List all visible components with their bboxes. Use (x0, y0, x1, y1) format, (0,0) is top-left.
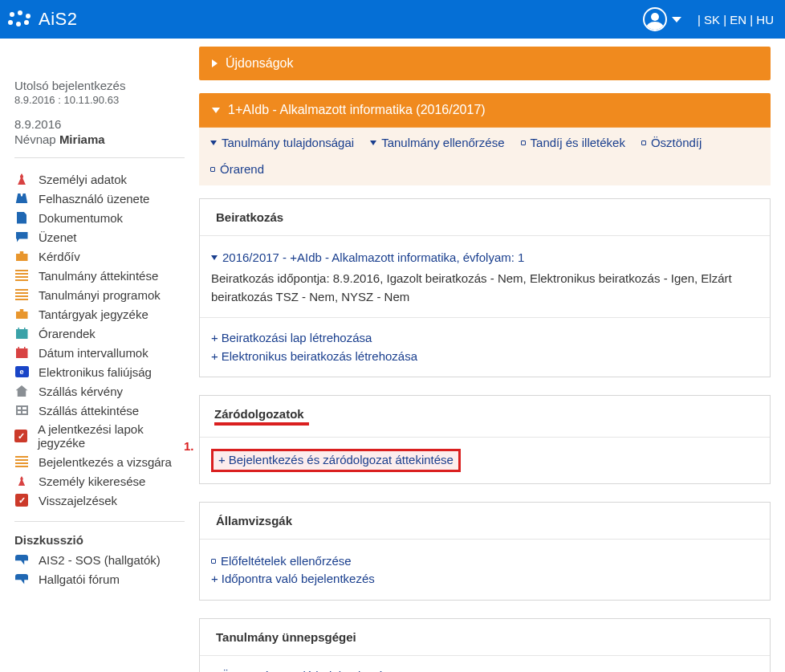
enroll-detail: Beiratkozás időpontja: 8.9.2016, Igazolt… (211, 270, 759, 306)
forum-icon (14, 552, 29, 567)
menu-study-programs[interactable]: Tanulmányi programok (14, 285, 185, 304)
menu-questionnaire[interactable]: Kérdőív (14, 246, 185, 266)
brand[interactable]: AiS2 (8, 9, 77, 30)
discussion-title: Diszkusszió (14, 533, 185, 547)
annotation-1: 1. (184, 438, 194, 456)
enroll-card: Beiratkozás 2016/2017 - +AIdb - Alkalmaz… (199, 198, 771, 377)
chevron-down-icon (672, 17, 681, 22)
nameday: Névnap Miriama (14, 132, 185, 146)
plus-icon: + (211, 349, 218, 363)
list-icon (14, 454, 29, 469)
badge-icon: e (14, 365, 29, 379)
study-link-control[interactable]: Tanulmány ellenőrzése (370, 136, 504, 149)
brand-name: AiS2 (39, 9, 77, 30)
study-link-fees[interactable]: Tandíj és illetékek (521, 136, 625, 149)
bullet-icon (211, 559, 216, 564)
document-icon (14, 210, 29, 225)
events-action-register[interactable]: +Ünnepségre való bejelentkezés (211, 667, 759, 673)
triangle-right-icon (212, 59, 218, 67)
events-card-title: Tanulmány ünnepsgégei (200, 619, 770, 656)
triangle-down-icon (212, 108, 220, 113)
menu-exam-signup[interactable]: Bejelentkezés a vizsgára (14, 452, 185, 471)
grid-icon (14, 403, 29, 417)
lang-sk[interactable]: SK (704, 13, 720, 26)
briefcase-icon (14, 249, 29, 263)
thesis-card: Záródolgozatok 1. +Bejelentkezés és záró… (199, 395, 771, 484)
events-card: Tanulmány ünnepsgégei +Ünnepségre való b… (199, 618, 771, 673)
triangle-down-icon (210, 141, 217, 145)
enroll-year-dropdown[interactable]: 2016/2017 - +AIdb - Alkalmazott informat… (211, 249, 524, 267)
study-band: 1+AIdb - Alkalmazott informatika (2016/2… (199, 93, 771, 185)
house-icon (14, 384, 29, 398)
exams-card: Államvizsgák Előfeltételek ellenőrzése +… (199, 502, 771, 601)
menu-message[interactable]: Üzenet (14, 227, 185, 246)
users-icon (14, 191, 29, 206)
calendar-icon (14, 326, 29, 340)
discussion-menu: AIS2 - SOS (hallgatók) Hallgatói fórum (14, 550, 185, 589)
triangle-down-icon (370, 141, 376, 145)
study-link-scholarship[interactable]: Ösztöndíj (641, 136, 702, 149)
last-login-label: Utolsó bejelentkezés (14, 79, 185, 92)
person-icon (14, 172, 29, 186)
exams-action-register[interactable]: +Időpontra való bejelentkezés (211, 570, 759, 589)
menu-feedback[interactable]: ✓ Visszajelzések (14, 491, 185, 510)
menu-student-forum[interactable]: Hallgatói fórum (14, 569, 185, 589)
list-icon (14, 287, 29, 302)
user-menu[interactable] (643, 7, 681, 31)
menu-user-message[interactable]: Felhasználó üzenete (14, 189, 185, 208)
news-toggle[interactable]: Újdonságok (199, 47, 771, 80)
study-submenu: Tanulmány tulajdonságai Tanulmány ellenő… (199, 128, 771, 185)
search-person-icon (14, 474, 29, 488)
menu-person-search[interactable]: Személy kikeresése (14, 471, 185, 491)
exams-action-prereq[interactable]: Előfeltételek ellenőrzése (211, 552, 352, 571)
plus-icon: + (211, 331, 218, 344)
menu-personal-data[interactable]: Személyi adatok (14, 169, 185, 189)
list-icon (14, 268, 29, 283)
menu-accommodation-request[interactable]: Szállás kérvény (14, 381, 185, 401)
menu-subjects[interactable]: Tantárgyak jegyzéke (14, 304, 185, 324)
check-icon: ✓ (14, 429, 28, 443)
top-bar: AiS2 | SK | EN | HU (0, 0, 785, 39)
news-band: Újdonságok (199, 47, 771, 80)
thesis-action-review[interactable]: +Bejelentkezés és záródolgozat áttekinté… (211, 449, 461, 472)
chat-icon (14, 230, 29, 244)
calendar-icon (14, 345, 29, 360)
plus-icon: + (211, 669, 218, 673)
main-content: Újdonságok 1+AIdb - Alkalmazott informat… (199, 39, 785, 672)
menu-date-intervals[interactable]: Dátum intervallumok (14, 343, 185, 362)
triangle-down-icon (211, 255, 218, 260)
briefcase-icon (14, 307, 29, 321)
language-switcher: | SK | EN | HU (698, 13, 774, 26)
brand-logo-icon (8, 10, 31, 28)
lang-en[interactable]: EN (730, 13, 746, 26)
last-login-value: 8.9.2016 : 10.11.90.63 (14, 94, 185, 106)
bullet-icon (521, 141, 526, 145)
study-toggle[interactable]: 1+AIdb - Alkalmazott informatika (2016/2… (199, 93, 771, 128)
lang-hu[interactable]: HU (756, 13, 774, 26)
avatar-icon (643, 7, 667, 31)
exams-card-title: Államvizsgák (200, 503, 770, 540)
enroll-action-create-electronic[interactable]: +Elektronikus beiratkozás létrehozása (211, 348, 759, 366)
thesis-card-title: Záródolgozatok (200, 396, 770, 438)
sidebar: Utolsó bejelentkezés 8.9.2016 : 10.11.90… (0, 39, 199, 605)
study-link-timetable[interactable]: Órarend (210, 162, 264, 176)
check-icon: ✓ (14, 493, 29, 507)
menu-application-forms[interactable]: ✓ A jelentkezési lapok jegyzéke (14, 420, 185, 452)
enroll-card-title: Beiratkozás (200, 199, 770, 236)
forum-icon (14, 572, 29, 586)
menu-board[interactable]: e Elektronikus faliújság (14, 362, 185, 381)
enroll-action-create-sheet[interactable]: +Beiratkozási lap létrehozása (211, 329, 759, 348)
main-menu: Személyi adatok Felhasználó üzenete Doku… (14, 169, 185, 510)
menu-accommodation-overview[interactable]: Szállás áttekintése (14, 401, 185, 420)
bullet-icon (641, 141, 646, 145)
plus-icon: + (211, 572, 218, 585)
plus-icon: + (218, 453, 226, 466)
bullet-icon (210, 167, 215, 172)
menu-documents[interactable]: Dokumentumok (14, 208, 185, 227)
menu-study-overview[interactable]: Tanulmány áttekintése (14, 266, 185, 285)
menu-timetable[interactable]: Órarendek (14, 324, 185, 343)
study-link-properties[interactable]: Tanulmány tulajdonságai (210, 136, 354, 149)
menu-sos[interactable]: AIS2 - SOS (hallgatók) (14, 550, 185, 569)
today-date: 8.9.2016 (14, 117, 185, 131)
